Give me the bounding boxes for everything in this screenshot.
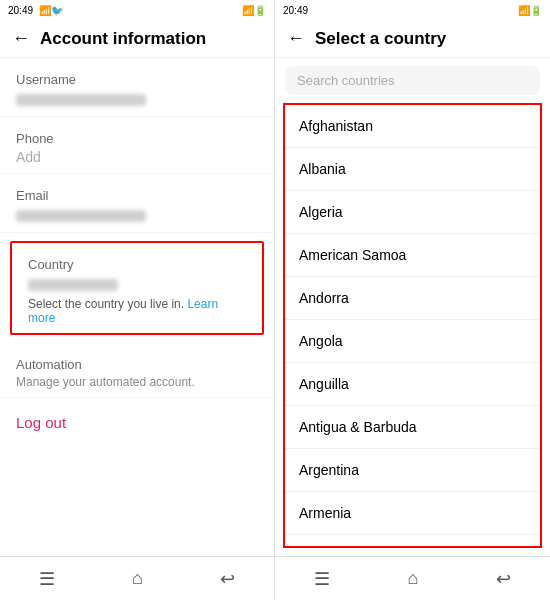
username-label: Username <box>16 72 258 87</box>
email-field: Email <box>0 174 274 233</box>
list-item[interactable]: Aruba <box>285 535 540 548</box>
phone-field[interactable]: Phone Add <box>0 117 274 174</box>
right-home-icon[interactable]: ⌂ <box>408 568 419 589</box>
left-back-nav-icon[interactable]: ↩ <box>220 568 235 590</box>
automation-description: Manage your automated account. <box>16 375 258 389</box>
list-item[interactable]: Andorra <box>285 277 540 320</box>
list-item[interactable]: Armenia <box>285 492 540 535</box>
list-item[interactable]: American Samoa <box>285 234 540 277</box>
right-back-button[interactable]: ← <box>287 28 305 49</box>
left-menu-icon[interactable]: ☰ <box>39 568 55 590</box>
right-header: ← Select a country <box>275 20 550 58</box>
left-status-time: 20:49 📶🐦 <box>8 5 63 16</box>
list-item[interactable]: Albania <box>285 148 540 191</box>
automation-section[interactable]: Automation Manage your automated account… <box>0 343 274 398</box>
country-label: Country <box>28 257 246 272</box>
left-header: ← Account information <box>0 20 274 58</box>
left-back-button[interactable]: ← <box>12 28 30 49</box>
list-item[interactable]: Antigua & Barbuda <box>285 406 540 449</box>
country-list: AfghanistanAlbaniaAlgeriaAmerican SamoaA… <box>283 103 542 548</box>
phone-label: Phone <box>16 131 258 146</box>
list-item[interactable]: Angola <box>285 320 540 363</box>
logout-section: Log out <box>0 398 274 448</box>
list-item[interactable]: Afghanistan <box>285 105 540 148</box>
right-status-icons: 📶🔋 <box>518 5 542 16</box>
left-panel: 20:49 📶🐦 📶🔋 ← Account information Userna… <box>0 0 275 600</box>
right-status-time: 20:49 <box>283 5 308 16</box>
left-nav-bar: ☰ ⌂ ↩ <box>0 556 274 600</box>
country-hint: Select the country you live in. Learn mo… <box>28 297 246 325</box>
list-item[interactable]: Anguilla <box>285 363 540 406</box>
country-section[interactable]: Country Select the country you live in. … <box>10 241 264 335</box>
right-menu-icon[interactable]: ☰ <box>314 568 330 590</box>
right-status-bar: 20:49 📶🔋 <box>275 0 550 20</box>
left-status-icons: 📶🔋 <box>242 5 266 16</box>
phone-value: Add <box>16 149 258 165</box>
left-content: Username Phone Add Email Country Select … <box>0 58 274 556</box>
right-page-title: Select a country <box>315 29 446 49</box>
email-value <box>16 210 146 222</box>
left-page-title: Account information <box>40 29 206 49</box>
email-label: Email <box>16 188 258 203</box>
list-item[interactable]: Algeria <box>285 191 540 234</box>
right-back-nav-icon[interactable]: ↩ <box>496 568 511 590</box>
left-status-bar: 20:49 📶🐦 📶🔋 <box>0 0 274 20</box>
username-field: Username <box>0 58 274 117</box>
list-item[interactable]: Argentina <box>285 449 540 492</box>
logout-button[interactable]: Log out <box>16 414 66 431</box>
username-value <box>16 94 146 106</box>
right-panel: 20:49 📶🔋 ← Select a country Search count… <box>275 0 550 600</box>
country-value <box>28 279 118 291</box>
search-countries-input[interactable]: Search countries <box>285 66 540 95</box>
automation-label: Automation <box>16 357 258 372</box>
left-home-icon[interactable]: ⌂ <box>132 568 143 589</box>
right-nav-bar: ☰ ⌂ ↩ <box>275 556 550 600</box>
